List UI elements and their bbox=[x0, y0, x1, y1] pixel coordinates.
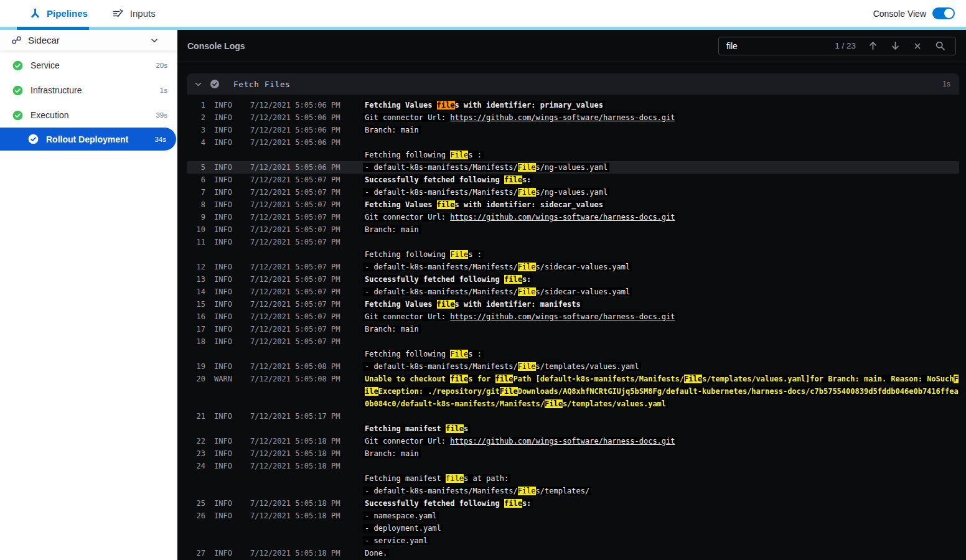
log-row[interactable]: 8INFO7/12/2021 5:05:07 PMFetching Values… bbox=[187, 198, 959, 211]
log-level: INFO bbox=[214, 261, 242, 273]
log-row[interactable]: 20WARN7/12/2021 5:05:08 PMUnable to chec… bbox=[187, 373, 959, 410]
log-timestamp: 7/12/2021 5:05:07 PM bbox=[250, 211, 356, 223]
log-row[interactable]: 15INFO7/12/2021 5:05:07 PMFetching Value… bbox=[187, 298, 959, 310]
section-status-success-icon bbox=[210, 79, 220, 89]
log-level: INFO bbox=[214, 211, 242, 223]
log-link[interactable]: https://github.com/wings-software/harnes… bbox=[450, 113, 675, 122]
log-line-number: 8 bbox=[187, 198, 205, 211]
log-message: Git connector Url: https://github.com/wi… bbox=[365, 111, 959, 124]
log-row[interactable]: 6INFO7/12/2021 5:05:07 PMSuccessfully fe… bbox=[187, 174, 959, 186]
log-timestamp: 7/12/2021 5:05:06 PM bbox=[250, 111, 356, 124]
log-line-number: 2 bbox=[187, 111, 205, 124]
sidebar-stage-service[interactable]: Service20s bbox=[0, 53, 177, 78]
log-row[interactable]: 1INFO7/12/2021 5:05:06 PMFetching Values… bbox=[187, 99, 959, 111]
log-message: Branch: main bbox=[365, 323, 959, 335]
log-line-number: 26 bbox=[187, 510, 205, 522]
log-row[interactable]: Fetching manifest files at path: bbox=[187, 472, 959, 485]
clear-search-button[interactable] bbox=[909, 38, 926, 54]
log-link[interactable]: https://github.com/wings-software/harnes… bbox=[450, 213, 675, 222]
search-match: File bbox=[684, 375, 702, 383]
log-timestamp: 7/12/2021 5:05:18 PM bbox=[250, 435, 356, 447]
log-line-number: 6 bbox=[187, 174, 205, 186]
log-row[interactable]: 18INFO7/12/2021 5:05:07 PM bbox=[187, 335, 959, 348]
collapse-chevron-icon[interactable] bbox=[194, 80, 202, 88]
log-line-number: 4 bbox=[187, 136, 205, 149]
log-row[interactable]: 19INFO7/12/2021 5:05:08 PM- default-k8s-… bbox=[187, 360, 959, 373]
log-row[interactable]: Fetching manifest files bbox=[187, 422, 959, 435]
search-input[interactable] bbox=[726, 41, 828, 51]
log-row[interactable]: 14INFO7/12/2021 5:05:07 PM- default-k8s-… bbox=[187, 286, 959, 298]
log-level bbox=[214, 248, 242, 261]
log-row[interactable]: 5INFO7/12/2021 5:05:06 PM- default-k8s-m… bbox=[187, 161, 959, 174]
log-row[interactable]: 16INFO7/12/2021 5:05:07 PMGit connector … bbox=[187, 310, 959, 323]
status-success-icon bbox=[12, 60, 23, 71]
search-match: File bbox=[518, 287, 536, 296]
log-timestamp: 7/12/2021 5:05:07 PM bbox=[250, 310, 356, 323]
log-row[interactable]: 4INFO7/12/2021 5:05:06 PM bbox=[187, 136, 959, 149]
log-level: INFO bbox=[214, 447, 242, 460]
log-line-number: 9 bbox=[187, 211, 205, 223]
log-level: INFO bbox=[214, 236, 242, 248]
log-line-number: 16 bbox=[187, 310, 205, 323]
log-line-number: 7 bbox=[187, 186, 205, 198]
log-row[interactable]: Fetching following Files : bbox=[187, 149, 959, 161]
log-level: INFO bbox=[214, 161, 242, 174]
log-section-header[interactable]: Fetch Files 1s bbox=[187, 73, 959, 95]
sidebar-stage-rollout-deployment[interactable]: Rollout Deployment34s bbox=[0, 128, 176, 151]
next-match-button[interactable] bbox=[887, 38, 903, 54]
log-message: - deployment.yaml bbox=[365, 522, 959, 534]
log-row[interactable]: 26INFO7/12/2021 5:05:18 PM- namespace.ya… bbox=[187, 510, 959, 522]
tab-inputs[interactable]: Inputs bbox=[113, 8, 156, 19]
search-icon[interactable] bbox=[932, 38, 948, 54]
log-search-box[interactable]: 1 / 23 bbox=[718, 37, 956, 55]
log-link[interactable]: https://github.com/wings-software/harnes… bbox=[450, 312, 675, 321]
log-row[interactable]: 10INFO7/12/2021 5:05:07 PMBranch: main bbox=[187, 223, 959, 236]
log-row[interactable]: 21INFO7/12/2021 5:05:17 PM bbox=[187, 410, 959, 422]
log-row[interactable]: 27INFO7/12/2021 5:05:18 PMDone. bbox=[187, 547, 959, 559]
log-row[interactable]: 9INFO7/12/2021 5:05:07 PMGit connector U… bbox=[187, 211, 959, 223]
search-match-count: 1 / 23 bbox=[835, 41, 856, 50]
log-row[interactable]: Fetching following Files : bbox=[187, 348, 959, 360]
log-row[interactable]: 13INFO7/12/2021 5:05:07 PMSuccessfully f… bbox=[187, 273, 959, 286]
log-row[interactable]: 11INFO7/12/2021 5:05:07 PM bbox=[187, 236, 959, 248]
chevron-down-icon[interactable] bbox=[150, 36, 159, 45]
log-row[interactable]: 25INFO7/12/2021 5:05:18 PMSuccessfully f… bbox=[187, 497, 959, 510]
pipeline-sidebar: Sidecar Service20sInfrastructure1sExecut… bbox=[0, 30, 177, 560]
search-match: File bbox=[518, 188, 536, 197]
pipeline-header[interactable]: Sidecar bbox=[0, 30, 177, 50]
search-match: file bbox=[437, 300, 455, 309]
sidebar-stage-infrastructure[interactable]: Infrastructure1s bbox=[0, 78, 177, 103]
log-line-number: 18 bbox=[187, 335, 205, 348]
log-link[interactable]: https://github.com/wings-software/harnes… bbox=[450, 437, 675, 446]
log-row[interactable]: 3INFO7/12/2021 5:05:06 PMBranch: main bbox=[187, 124, 959, 136]
previous-match-button[interactable] bbox=[865, 38, 881, 54]
log-message: Fetching Values files with identifier: m… bbox=[365, 298, 959, 310]
log-message: Unable to checkout files for filePath [d… bbox=[365, 373, 959, 410]
log-row[interactable]: 12INFO7/12/2021 5:05:07 PM- default-k8s-… bbox=[187, 261, 959, 273]
log-row[interactable]: - deployment.yaml bbox=[187, 522, 959, 534]
tab-pipelines[interactable]: Pipelines bbox=[30, 8, 88, 19]
log-row[interactable]: - service.yaml bbox=[187, 534, 959, 547]
log-row[interactable]: 22INFO7/12/2021 5:05:18 PMGit connector … bbox=[187, 435, 959, 447]
log-row[interactable]: Fetching following Files : bbox=[187, 248, 959, 261]
log-row[interactable]: 23INFO7/12/2021 5:05:18 PMBranch: main bbox=[187, 447, 959, 460]
log-timestamp: 7/12/2021 5:05:07 PM bbox=[250, 186, 356, 198]
log-level: INFO bbox=[214, 410, 242, 422]
log-level: INFO bbox=[214, 323, 242, 335]
log-message: Branch: main bbox=[365, 223, 959, 236]
stage-label: Service bbox=[30, 60, 156, 70]
log-line-number bbox=[187, 422, 205, 435]
log-row[interactable]: 24INFO7/12/2021 5:05:18 PM bbox=[187, 460, 959, 472]
log-row[interactable]: 7INFO7/12/2021 5:05:07 PM- default-k8s-m… bbox=[187, 186, 959, 198]
log-timestamp: 7/12/2021 5:05:06 PM bbox=[250, 124, 356, 136]
log-row[interactable]: 17INFO7/12/2021 5:05:07 PMBranch: main bbox=[187, 323, 959, 335]
log-timestamp: 7/12/2021 5:05:18 PM bbox=[250, 547, 356, 559]
log-line-number: 12 bbox=[187, 261, 205, 273]
status-success-icon bbox=[12, 110, 23, 121]
sidebar-stage-execution[interactable]: Execution39s bbox=[0, 103, 177, 128]
console-view-toggle[interactable] bbox=[932, 7, 955, 19]
log-scroll-area[interactable]: Fetch Files 1s 1INFO7/12/2021 5:05:06 PM… bbox=[177, 62, 966, 560]
log-row[interactable]: - default-k8s-manifests/Manifests/Files/… bbox=[187, 485, 959, 497]
log-level: INFO bbox=[214, 360, 242, 373]
log-row[interactable]: 2INFO7/12/2021 5:05:06 PMGit connector U… bbox=[187, 111, 959, 124]
